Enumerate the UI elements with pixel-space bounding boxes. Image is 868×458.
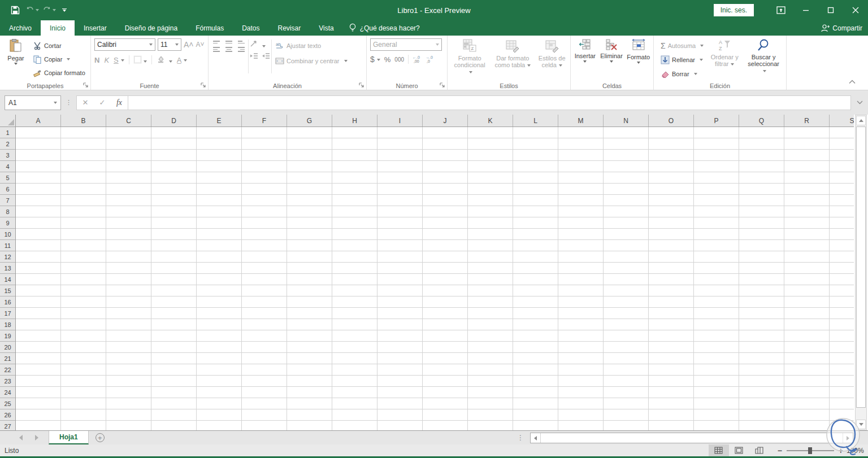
tab-diseno[interactable]: Diseño de página: [116, 20, 186, 36]
close-button[interactable]: [843, 0, 868, 20]
copy-button[interactable]: Copiar: [31, 53, 88, 66]
zoom-slider[interactable]: [787, 450, 834, 451]
horizontal-scrollbar-thumb[interactable]: [541, 433, 843, 443]
column-header-H[interactable]: H: [332, 115, 377, 127]
minimize-button[interactable]: [793, 0, 818, 20]
name-box[interactable]: A1: [5, 95, 61, 110]
align-right-icon[interactable]: [238, 47, 245, 52]
align-top-icon[interactable]: [213, 41, 220, 43]
row-header-3[interactable]: 3: [0, 150, 15, 161]
row-header-9[interactable]: 9: [0, 217, 15, 229]
column-header-I[interactable]: I: [377, 115, 423, 127]
decrease-font-icon[interactable]: A˅: [196, 41, 205, 49]
clear-button[interactable]: Borrar: [658, 68, 706, 80]
share-button[interactable]: Compartir: [821, 20, 862, 36]
percent-style-button[interactable]: %: [384, 55, 391, 64]
row-header-15[interactable]: 15: [0, 285, 15, 296]
row-header-22[interactable]: 22: [0, 364, 15, 376]
column-header-Q[interactable]: Q: [739, 115, 784, 127]
accounting-format-button[interactable]: $: [370, 55, 380, 64]
insert-function-icon[interactable]: fx: [111, 96, 128, 110]
row-header-23[interactable]: 23: [0, 376, 15, 387]
tab-datos[interactable]: Datos: [233, 20, 268, 36]
italic-button[interactable]: K: [104, 56, 109, 64]
decrease-decimal-icon[interactable]: →.0,0: [426, 55, 435, 63]
row-header-1[interactable]: 1: [0, 127, 15, 138]
zoom-level[interactable]: 100%: [847, 447, 868, 455]
increase-indent-icon[interactable]: [262, 53, 270, 60]
cell-styles-button[interactable]: Estilos decelda: [535, 37, 569, 80]
insert-cells-button[interactable]: Insertar: [572, 37, 598, 80]
previous-sheet-icon[interactable]: [19, 435, 23, 440]
tab-archivo[interactable]: Archivo: [0, 20, 41, 36]
confirm-entry-icon[interactable]: ✓: [94, 96, 111, 110]
paste-button[interactable]: Pegar: [1, 37, 31, 80]
orientation-button[interactable]: [250, 40, 270, 49]
zoom-out-icon[interactable]: −: [778, 446, 782, 455]
bold-button[interactable]: N: [94, 56, 99, 64]
row-header-26[interactable]: 26: [0, 409, 15, 421]
row-header-12[interactable]: 12: [0, 251, 15, 263]
column-header-A[interactable]: A: [16, 115, 61, 127]
format-painter-button[interactable]: Copiar formato: [31, 67, 88, 79]
increase-decimal-icon[interactable]: ←.0,00: [413, 55, 422, 63]
page-break-view-button[interactable]: [749, 444, 770, 456]
column-header-J[interactable]: J: [423, 115, 468, 127]
row-header-19[interactable]: 19: [0, 330, 15, 342]
column-header-R[interactable]: R: [784, 115, 830, 127]
font-size-select[interactable]: 11: [158, 38, 181, 51]
column-header-G[interactable]: G: [287, 115, 332, 127]
decrease-indent-icon[interactable]: [250, 53, 258, 60]
column-header-N[interactable]: N: [604, 115, 649, 127]
column-header-P[interactable]: P: [694, 115, 739, 127]
format-cells-button[interactable]: Formato: [624, 37, 652, 80]
row-header-24[interactable]: 24: [0, 387, 15, 398]
scroll-right-icon[interactable]: [843, 433, 853, 443]
sheet-tab-Hoja1[interactable]: Hoja1: [49, 431, 89, 444]
cut-button[interactable]: Cortar: [31, 40, 88, 52]
vertical-scrollbar[interactable]: [855, 115, 867, 430]
redo-dropdown-icon[interactable]: [53, 9, 56, 11]
horizontal-scrollbar[interactable]: [530, 433, 853, 443]
formula-input[interactable]: [128, 95, 851, 110]
font-color-button[interactable]: A̲: [177, 56, 188, 64]
autosum-button[interactable]: Σ Autosuma: [658, 40, 706, 52]
page-layout-view-button[interactable]: [729, 444, 749, 456]
name-box-dropdown-icon[interactable]: [54, 102, 57, 104]
ribbon-display-options-icon[interactable]: [769, 0, 793, 20]
row-header-14[interactable]: 14: [0, 274, 15, 285]
undo-icon[interactable]: [25, 3, 40, 18]
sign-in-button[interactable]: Inic. ses.: [714, 4, 754, 16]
row-header-2[interactable]: 2: [0, 138, 15, 150]
font-dialog-launcher-icon[interactable]: [200, 82, 207, 89]
row-header-11[interactable]: 11: [0, 240, 15, 251]
font-name-select[interactable]: Calibri: [94, 38, 155, 51]
scroll-up-icon[interactable]: [856, 116, 866, 125]
clipboard-dialog-launcher-icon[interactable]: [83, 82, 89, 89]
scroll-down-icon[interactable]: [856, 420, 866, 429]
column-header-E[interactable]: E: [197, 115, 242, 127]
normal-view-button[interactable]: [709, 444, 729, 456]
align-middle-icon[interactable]: [225, 41, 232, 43]
row-header-20[interactable]: 20: [0, 342, 15, 353]
column-header-K[interactable]: K: [468, 115, 513, 127]
find-select-button[interactable]: Buscar yseleccionar: [742, 37, 785, 80]
fill-button[interactable]: Rellenar: [658, 54, 706, 66]
wrap-text-button[interactable]: ab Ajustar texto: [273, 40, 350, 52]
zoom-slider-thumb[interactable]: [808, 447, 812, 454]
row-header-5[interactable]: 5: [0, 172, 15, 184]
align-left-icon[interactable]: [213, 47, 220, 52]
alignment-dialog-launcher-icon[interactable]: [358, 82, 365, 89]
row-header-25[interactable]: 25: [0, 398, 15, 409]
tab-inicio[interactable]: Inicio: [41, 20, 75, 36]
vertical-scrollbar-thumb[interactable]: [856, 127, 866, 408]
column-header-D[interactable]: D: [151, 115, 197, 127]
fill-color-button[interactable]: [157, 55, 172, 64]
underline-button[interactable]: S: [114, 56, 124, 64]
formula-bar-handle[interactable]: ⋮: [66, 101, 72, 104]
sheetbar-splitter-handle[interactable]: ⋮: [511, 431, 530, 444]
row-header-10[interactable]: 10: [0, 229, 15, 240]
tab-revisar[interactable]: Revisar: [269, 20, 310, 36]
row-header-21[interactable]: 21: [0, 353, 15, 364]
comma-style-button[interactable]: 000: [394, 56, 404, 63]
